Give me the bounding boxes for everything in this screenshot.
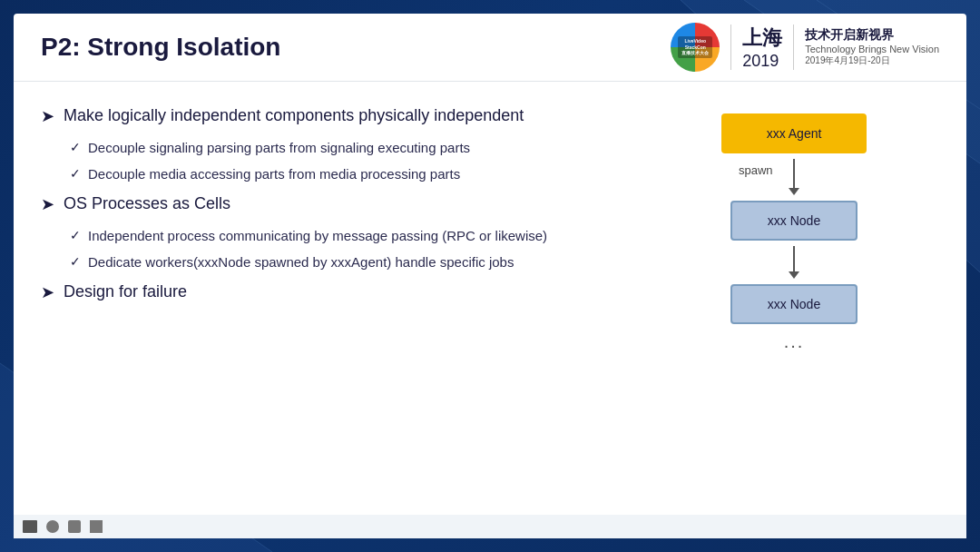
bullet-3-text: Design for failure: [64, 281, 187, 303]
arrow-head-2: [789, 271, 799, 279]
header-city: 上海: [742, 25, 782, 52]
bullet-3-arrow-icon: ➤: [41, 282, 54, 302]
header-year: 2019: [742, 52, 782, 71]
spawn-arrow: spawn: [789, 159, 799, 195]
bullet-1-text: Make logically independent components ph…: [64, 104, 524, 127]
toolbar-draw-icon[interactable]: [46, 520, 59, 533]
logo-divider: [730, 25, 731, 70]
agent-node: xxx Agent: [721, 113, 867, 153]
sub-bullet-1-1-text: Decouple signaling parsing parts from si…: [88, 138, 470, 157]
header-logo-area: LiveVideo StackCon 直播技术大会 上海 2019 技术开启新视…: [671, 23, 939, 72]
sub-bullet-2-1: ✓ Independent process communicating by m…: [70, 226, 622, 245]
logo-text: LiveVideo StackCon 直播技术大会: [678, 36, 712, 58]
slide-title: P2: Strong Isolation: [41, 33, 280, 62]
bullet-2-text: OS Processes as Cells: [64, 192, 230, 215]
toolbar-slides-icon[interactable]: [23, 520, 37, 533]
node-arrow: [789, 246, 799, 279]
header-location-block: 上海 2019: [742, 25, 782, 71]
bullet-3: ➤ Design for failure: [41, 281, 622, 303]
arrow-head-1: [789, 188, 799, 195]
left-panel: ➤ Make logically independent components …: [41, 104, 631, 493]
bullet-1-subs: ✓ Decouple signaling parsing parts from …: [70, 138, 622, 183]
sub-bullet-1-2-text: Decouple media accessing parts from medi…: [88, 164, 460, 183]
bullet-1: ➤ Make logically independent components …: [41, 104, 622, 127]
diagram: xxx Agent spawn xxx Node xxx Node ..: [667, 113, 921, 352]
arrow-line-2: [793, 246, 795, 271]
check-icon-4: ✓: [70, 254, 81, 269]
header-tagline-zh: 技术开启新视界: [805, 27, 939, 44]
right-panel: xxx Agent spawn xxx Node xxx Node ..: [649, 104, 939, 493]
node-2: xxx Node: [730, 284, 858, 324]
bullet-2: ➤ OS Processes as Cells: [41, 192, 622, 215]
sub-bullet-2-1-text: Independent process communicating by mes…: [88, 226, 547, 245]
node-1: xxx Node: [730, 201, 858, 241]
bullet-2-subs: ✓ Independent process communicating by m…: [70, 226, 622, 271]
sub-bullet-2-2-text: Dedicate workers(xxxNode spawned by xxxA…: [88, 252, 514, 271]
bullet-1-arrow-icon: ➤: [41, 106, 54, 126]
main-content: ➤ Make logically independent components …: [14, 82, 966, 516]
bullet-2-arrow-icon: ➤: [41, 194, 54, 214]
header: P2: Strong Isolation LiveVideo StackCon …: [14, 14, 966, 82]
sub-bullet-2-2: ✓ Dedicate workers(xxxNode spawned by xx…: [70, 252, 622, 271]
toolbar-settings-icon[interactable]: [90, 520, 103, 533]
header-date: 2019年4月19日-20日: [805, 54, 939, 67]
arrow-line-1: [793, 159, 795, 188]
header-tagline-block: 技术开启新视界 Technology Brings New Vision 201…: [805, 27, 939, 67]
toolbar-pointer-icon[interactable]: [68, 520, 81, 533]
slide: P2: Strong Isolation LiveVideo StackCon …: [0, 0, 980, 552]
check-icon-2: ✓: [70, 166, 81, 181]
sub-bullet-1-2: ✓ Decouple media accessing parts from me…: [70, 164, 622, 183]
diagram-ellipsis: ...: [784, 331, 805, 352]
header-tagline-en: Technology Brings New Vision: [805, 44, 939, 54]
bottom-toolbar: [14, 515, 966, 538]
check-icon-1: ✓: [70, 140, 81, 154]
spawn-label: spawn: [739, 163, 773, 177]
logo-divider-2: [793, 25, 794, 70]
conference-logo: LiveVideo StackCon 直播技术大会: [671, 23, 720, 72]
check-icon-3: ✓: [70, 228, 81, 242]
sub-bullet-1-1: ✓ Decouple signaling parsing parts from …: [70, 138, 622, 157]
